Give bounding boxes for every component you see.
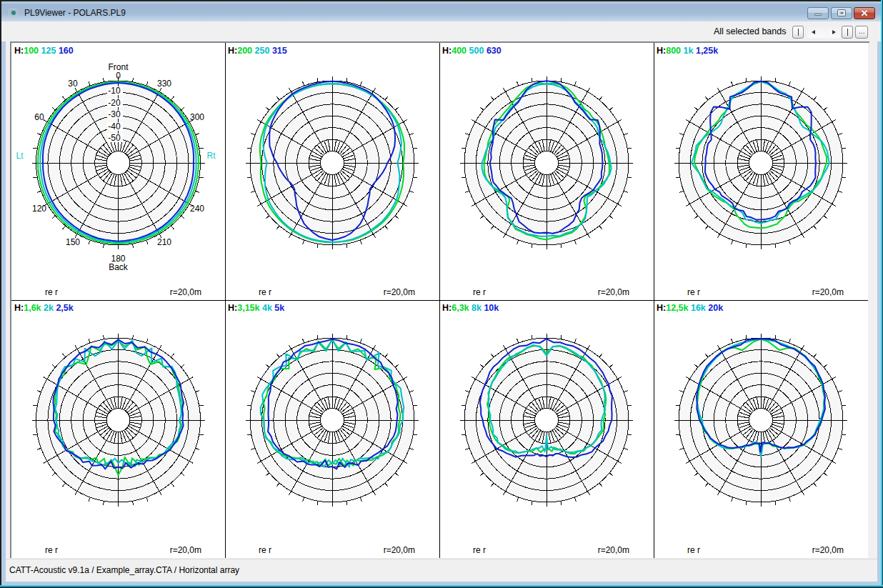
svg-text:60: 60	[34, 112, 44, 122]
svg-text:H:200 250 315: H:200 250 315	[228, 46, 287, 56]
svg-text:-30: -30	[108, 109, 121, 119]
svg-text:r=20,0m: r=20,0m	[598, 287, 629, 297]
svg-text:H:100 125 160: H:100 125 160	[14, 46, 74, 56]
svg-text:150: 150	[66, 237, 80, 247]
svg-text:r=20,0m: r=20,0m	[384, 545, 415, 555]
svg-text:210: 210	[157, 237, 171, 247]
svg-text:-50: -50	[108, 133, 121, 143]
svg-text:H:1,6k 2k 2,5k: H:1,6k 2k 2,5k	[14, 303, 74, 313]
svg-text:re r: re r	[687, 287, 700, 297]
svg-text:0: 0	[116, 71, 121, 81]
svg-text:re r: re r	[259, 287, 271, 297]
svg-text:30: 30	[68, 79, 78, 89]
svg-text:re r: re r	[473, 287, 486, 297]
svg-text:Back: Back	[109, 262, 129, 272]
svg-text:r=20,0m: r=20,0m	[170, 287, 201, 297]
svg-text:re r: re r	[687, 545, 700, 555]
svg-text:Rt: Rt	[207, 151, 216, 161]
svg-text:re r: re r	[45, 545, 58, 555]
svg-text:r=20,0m: r=20,0m	[812, 287, 844, 297]
svg-text:r=20,0m: r=20,0m	[384, 287, 415, 297]
svg-text:Lt: Lt	[16, 151, 24, 161]
svg-text:330: 330	[157, 79, 171, 89]
svg-text:r=20,0m: r=20,0m	[598, 545, 629, 555]
svg-text:240: 240	[190, 204, 204, 214]
svg-text:H:3,15k 4k 5k: H:3,15k 4k 5k	[228, 303, 284, 313]
svg-text:H:12,5k 16k 20k: H:12,5k 16k 20k	[657, 303, 723, 313]
svg-text:H:400 500 630: H:400 500 630	[442, 46, 502, 56]
svg-text:re r: re r	[45, 287, 58, 297]
svg-text:re r: re r	[473, 545, 486, 555]
svg-text:H:800 1k 1,25k: H:800 1k 1,25k	[657, 46, 718, 56]
svg-text:H:6,3k 8k 10k: H:6,3k 8k 10k	[442, 303, 499, 313]
svg-text:r=20,0m: r=20,0m	[812, 545, 844, 555]
svg-text:-40: -40	[108, 121, 121, 131]
svg-text:-20: -20	[108, 98, 121, 108]
svg-text:-10: -10	[108, 86, 121, 96]
svg-text:300: 300	[190, 112, 204, 122]
svg-text:120: 120	[32, 204, 46, 214]
svg-text:r=20,0m: r=20,0m	[170, 545, 201, 555]
svg-text:re r: re r	[259, 545, 271, 555]
